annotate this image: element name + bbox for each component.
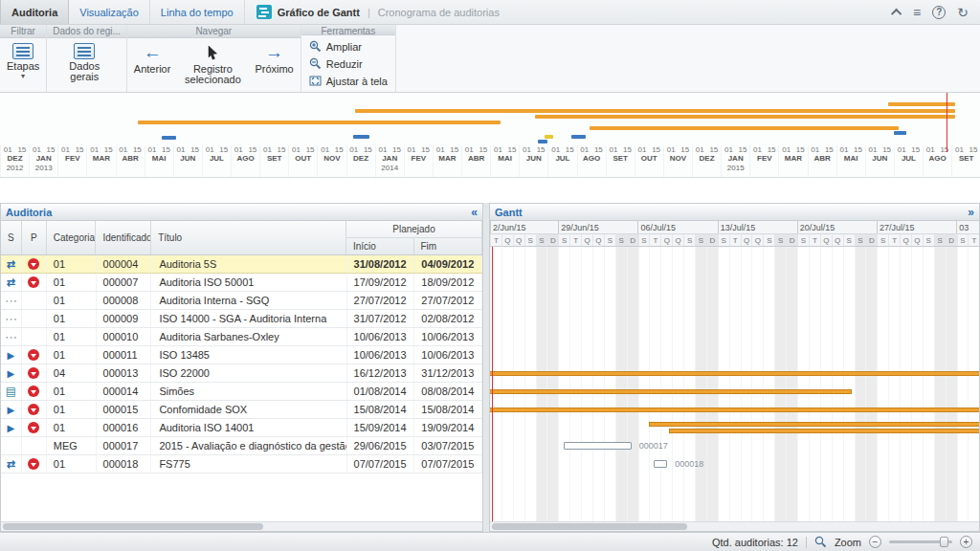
table-row[interactable]: MEG0000172015 - Avaliação e diagnóstico …	[1, 437, 482, 455]
tick-label: 01	[119, 145, 127, 154]
tick-label: 15	[911, 145, 920, 154]
title-cell: Auditoria Interna - SGQ	[151, 292, 346, 309]
tick-labels: 0115	[837, 145, 865, 154]
table-row[interactable]: ⋯01000010Auditoria Sarbanes-Oxley10/06/2…	[1, 328, 482, 346]
ampliar-button[interactable]: Ampliar	[305, 38, 391, 55]
gantt-bar[interactable]	[649, 422, 979, 427]
overview-bar[interactable]	[138, 121, 501, 124]
table-row[interactable]: ▶01000016Auditoria ISO 1400115/09/201419…	[1, 419, 482, 437]
tick-label: 15	[421, 145, 430, 154]
gantt-day-label: Q	[592, 234, 604, 246]
overview-bar[interactable]	[162, 136, 176, 140]
gantt-bar[interactable]	[490, 408, 979, 412]
audit-hscrollbar[interactable]	[1, 521, 482, 531]
table-row[interactable]: ⇄01000018FS77507/07/201507/07/2015	[1, 455, 482, 474]
column-header-s[interactable]: S	[1, 221, 22, 254]
table-row[interactable]: ⇄01000004Auditoria 5S31/08/201204/09/201…	[1, 255, 482, 274]
zoom-out-button[interactable]: −	[869, 536, 881, 548]
overview-bar[interactable]	[353, 135, 369, 139]
tab-auditoria[interactable]: Auditoria	[0, 0, 69, 24]
gantt-day-label: S	[524, 234, 536, 246]
start-date-cell: 16/12/2013	[347, 364, 415, 382]
gantt-hscrollbar[interactable]	[490, 521, 979, 531]
end-date-cell: 15/08/2014	[414, 401, 482, 418]
tick-label: 01	[465, 145, 474, 154]
column-header-planejado[interactable]: Planejado	[346, 221, 481, 238]
table-row[interactable]: ▤01000014Simões01/08/201408/08/2014	[1, 383, 482, 401]
month-label: JUL	[203, 154, 231, 164]
refresh-icon[interactable]: ↻	[957, 6, 969, 19]
overview-bar[interactable]	[590, 126, 899, 130]
tick-label: 01	[436, 145, 445, 154]
gantt-day-column	[513, 247, 524, 521]
tab-linha-do-tempo[interactable]: Linha do tempo	[150, 0, 245, 24]
column-header-inicio[interactable]: Início	[346, 238, 414, 254]
anterior-button[interactable]: ←Anterior	[129, 40, 176, 90]
etapas-button[interactable]: Etapas▾	[2, 40, 44, 90]
page-title: Gráfico de Gantt	[278, 7, 360, 18]
table-row[interactable]: ⋯01000008Auditoria Interna - SGQ27/07/20…	[1, 292, 482, 310]
overview-month: 0115JUN	[865, 145, 894, 177]
table-row[interactable]: ▶01000011ISO 1348510/06/201310/06/2013	[1, 346, 482, 364]
table-row[interactable]: ⇄01000007Auditoria ISO 5000117/09/201218…	[1, 274, 482, 292]
dados-gerais-button[interactable]: Dados gerais	[49, 40, 120, 90]
table-row[interactable]: ▶01000015Confomidade SOX15/08/201415/08/…	[1, 401, 482, 419]
ajustar-a-tela-button[interactable]: Ajustar à tela	[305, 73, 391, 89]
title-cell: ISO 22000	[151, 364, 346, 382]
overview-bar[interactable]	[538, 140, 547, 143]
gantt-day-label: S	[774, 234, 786, 246]
column-header-titulo[interactable]: Título	[151, 221, 346, 254]
column-header-p[interactable]: P	[22, 221, 47, 254]
ribbon-group-body: AmpliarReduzirAjustar à tela	[301, 35, 395, 92]
table-row[interactable]: ⋯01000009ISO 14000 - SGA - Auditoria Int…	[1, 310, 482, 328]
ribbon-group-ferramentas: FerramentasAmpliarReduzirAjustar à tela	[301, 25, 396, 92]
month-label: NOV	[318, 154, 345, 164]
gantt-bar-label: 000017	[639, 441, 668, 451]
proximo-label: Próximo	[255, 64, 293, 75]
gantt-day-column	[615, 247, 627, 521]
overview-bar[interactable]	[894, 131, 906, 135]
category-cell: MEG	[47, 437, 97, 454]
hscroll-thumb[interactable]	[492, 523, 687, 530]
overview-bar[interactable]	[545, 135, 552, 139]
overview-bar[interactable]	[535, 115, 955, 119]
month-label: SET	[952, 154, 980, 164]
tick-label: 01	[321, 145, 329, 154]
gantt-day-label: D	[546, 234, 558, 246]
column-header-categoria[interactable]: Categoria	[47, 221, 97, 254]
tick-labels: 0115	[117, 145, 145, 154]
table-row[interactable]: ▶04000013ISO 2200016/12/201331/12/2013	[1, 364, 482, 383]
help-icon[interactable]: ?	[932, 6, 946, 19]
gantt-bar[interactable]	[654, 460, 667, 468]
registro-selecionado-label: Registro selecionado	[182, 64, 243, 85]
ribbon-group-label: Filtrar	[0, 25, 46, 38]
registro-selecionado-button[interactable]: Registro selecionado	[177, 40, 248, 90]
zoom-slider-handle[interactable]	[940, 537, 948, 547]
expand-panel-button[interactable]: »	[968, 207, 974, 218]
tick-labels: 0115	[58, 145, 86, 154]
column-header-fim[interactable]: Fim	[414, 238, 482, 254]
collapse-ribbon-icon[interactable]	[891, 8, 902, 18]
gantt-bar[interactable]	[490, 371, 979, 376]
collapse-panel-button[interactable]: «	[471, 207, 478, 218]
proximo-button[interactable]: →Próximo	[250, 40, 298, 90]
overview-bar[interactable]	[571, 135, 586, 139]
list-icon[interactable]: ≡	[913, 6, 921, 19]
overview-bar[interactable]	[888, 102, 956, 106]
gantt-bar[interactable]	[669, 429, 980, 433]
tick-labels: 0115	[693, 145, 721, 154]
reduzir-button[interactable]: Reduzir	[305, 55, 391, 72]
gantt-bar[interactable]	[490, 389, 852, 394]
tick-label: 01	[494, 145, 502, 154]
hscroll-thumb[interactable]	[3, 523, 263, 530]
zoom-in-button[interactable]: +	[960, 536, 972, 548]
overview-bar[interactable]	[355, 109, 956, 113]
tab-visualizacao[interactable]: Visualização	[69, 0, 150, 24]
column-header-identificador[interactable]: Identificador	[96, 221, 151, 254]
tick-label: 15	[335, 145, 344, 154]
gantt-bar[interactable]	[564, 442, 633, 450]
zoom-slider[interactable]	[889, 540, 952, 543]
gantt-day-column	[968, 247, 979, 521]
month-label: JUN	[520, 154, 547, 164]
tick-labels: 0115	[462, 145, 490, 154]
